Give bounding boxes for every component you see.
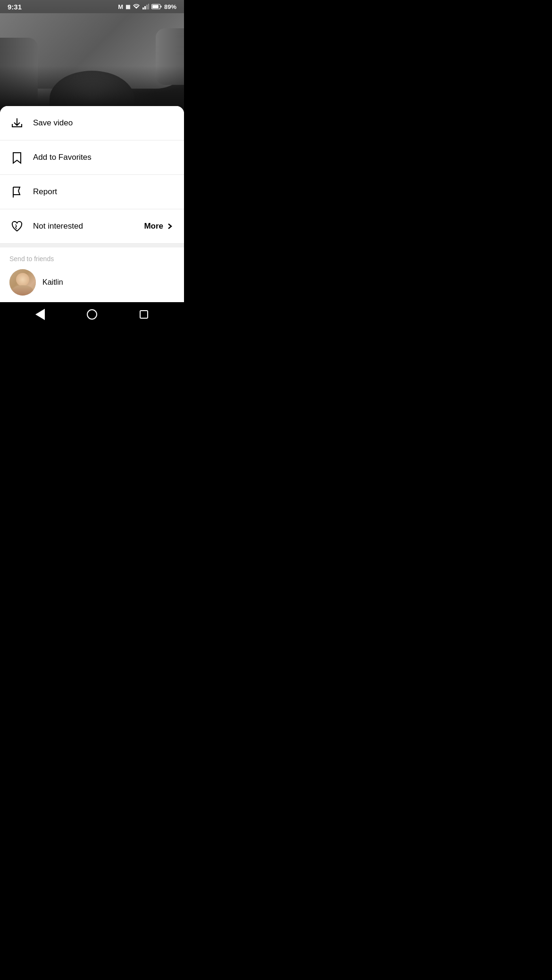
home-icon — [87, 309, 97, 320]
back-button[interactable] — [30, 304, 50, 325]
broken-heart-icon — [9, 219, 25, 234]
status-icons: M ▦ 89% — [118, 3, 176, 10]
kaitlin-avatar-image — [9, 269, 36, 296]
calendar-icon: ▦ — [125, 4, 130, 10]
not-interested-label: Not interested — [33, 222, 135, 231]
gmail-icon: M — [118, 3, 123, 10]
svg-rect-1 — [144, 6, 146, 9]
nav-bar — [0, 302, 184, 327]
more-button[interactable]: More — [144, 222, 175, 231]
recents-button[interactable] — [134, 304, 154, 325]
wifi-icon — [133, 4, 140, 9]
signal-icon — [142, 4, 149, 9]
svg-rect-6 — [160, 6, 161, 8]
bottom-sheet: Save video Add to Favorites Report — [0, 106, 184, 327]
status-bar: 9:31 M ▦ 89% — [0, 0, 184, 13]
back-icon — [35, 309, 45, 320]
add-to-favorites-item[interactable]: Add to Favorites — [0, 140, 184, 175]
save-video-item[interactable]: Save video — [0, 106, 184, 140]
svg-rect-0 — [142, 8, 144, 9]
report-label: Report — [33, 187, 175, 197]
kaitlin-avatar — [9, 269, 36, 296]
home-button[interactable] — [82, 304, 102, 325]
more-label: More — [144, 222, 163, 231]
friend-item-kaitlin[interactable]: Kaitlin — [9, 269, 175, 304]
send-to-friends-label: Send to friends — [9, 255, 175, 263]
flag-icon — [9, 184, 25, 199]
bookmark-icon — [9, 150, 25, 165]
svg-rect-2 — [146, 5, 148, 9]
not-interested-item[interactable]: Not interested More — [0, 209, 184, 244]
menu-section: Save video Add to Favorites Report — [0, 106, 184, 244]
section-divider — [0, 244, 184, 247]
chevron-right-icon — [165, 222, 175, 231]
status-time: 9:31 — [8, 3, 22, 11]
download-icon — [9, 115, 25, 131]
svg-rect-3 — [148, 4, 149, 9]
battery-icon — [151, 4, 162, 9]
add-to-favorites-label: Add to Favorites — [33, 153, 175, 162]
report-item[interactable]: Report — [0, 175, 184, 209]
svg-rect-5 — [152, 5, 159, 8]
kaitlin-name: Kaitlin — [42, 278, 63, 287]
save-video-label: Save video — [33, 118, 175, 128]
battery-percent: 89% — [164, 3, 176, 10]
recents-icon — [140, 310, 148, 319]
